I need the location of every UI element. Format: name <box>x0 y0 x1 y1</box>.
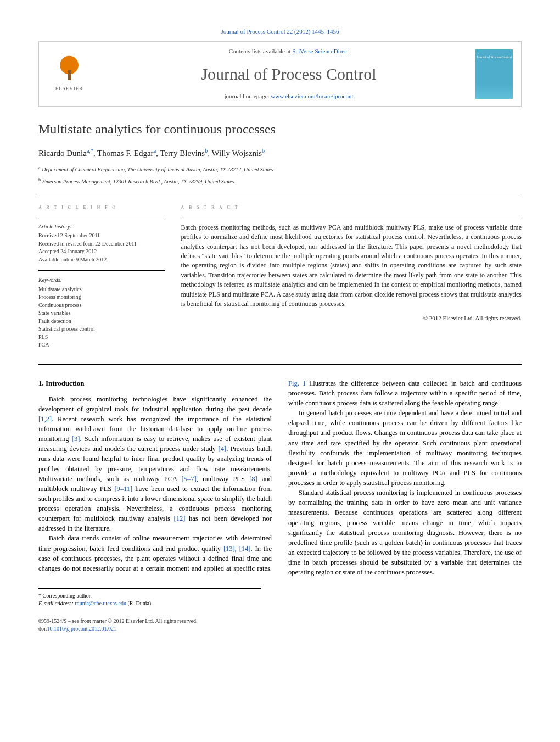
history-accepted: Accepted 24 January 2012 <box>38 248 165 256</box>
masthead: ELSEVIER Contents lists available at Sci… <box>38 41 522 107</box>
info-divider <box>38 217 165 217</box>
body-text: , <box>235 545 239 553</box>
keyword: Statistical process control <box>38 325 165 333</box>
info-divider <box>38 270 165 271</box>
abstract-divider <box>181 217 522 217</box>
body-text: Batch process monitoring technologies ha… <box>38 395 272 413</box>
history-online: Available online 9 March 2012 <box>38 256 165 264</box>
author-4-affil[interactable]: b <box>262 148 265 154</box>
author-3-affil[interactable]: b <box>205 148 208 154</box>
author-3: Terry Blevins <box>160 149 205 158</box>
abstract-copyright: © 2012 Elsevier Ltd. All rights reserved… <box>181 314 522 322</box>
keyword: State variables <box>38 309 165 317</box>
elsevier-tree-icon <box>55 55 83 83</box>
citation-link[interactable]: [4] <box>219 445 227 453</box>
body-paragraph: Batch process monitoring technologies ha… <box>38 394 272 534</box>
keyword: Multistate analytics <box>38 286 165 294</box>
contents-prefix: Contents lists available at <box>229 48 292 54</box>
history-label: Article history: <box>38 223 165 231</box>
citation-link[interactable]: [8] <box>249 475 257 483</box>
article-info-heading: a r t i c l e i n f o <box>38 203 165 211</box>
author-1: Ricardo Dunia <box>38 149 87 158</box>
affil-a-text: Department of Chemical Engineering, The … <box>42 166 273 172</box>
keyword: PLS <box>38 333 165 342</box>
footnotes: * Corresponding author. E-mail address: … <box>38 588 261 607</box>
homepage-line: journal homepage: www.elsevier.com/locat… <box>102 92 475 101</box>
contents-line: Contents lists available at SciVerse Sci… <box>102 47 475 55</box>
article-title: Multistate analytics for continuous proc… <box>38 120 522 139</box>
body-paragraph: Standard statistical process monitoring … <box>288 488 522 577</box>
homepage-link[interactable]: www.elsevier.com/locate/jprocont <box>271 93 353 99</box>
publisher-logo: ELSEVIER <box>47 52 91 96</box>
article-body: 1. Introduction Batch process monitoring… <box>38 378 522 578</box>
citation-link[interactable]: [14] <box>239 545 251 553</box>
affiliation-b: b Emerson Process Management, 12301 Rese… <box>38 177 522 186</box>
body-text: illustrates the difference between data … <box>288 380 522 407</box>
cover-text: Journal of Process Control <box>477 55 512 59</box>
homepage-prefix: journal homepage: <box>224 93 271 99</box>
citation-link[interactable]: [5–7] <box>182 475 197 483</box>
body-paragraph: In general batch processes are time depe… <box>288 408 522 488</box>
figure-link[interactable]: Fig. 1 <box>288 380 306 387</box>
email-label: E-mail address: <box>38 600 75 606</box>
citation-link[interactable]: [3] <box>72 435 80 443</box>
keywords-label: Keywords: <box>38 276 165 284</box>
email-line: E-mail address: rdunia@che.utexas.edu (R… <box>38 600 261 607</box>
journal-header: Journal of Process Control 22 (2012) 144… <box>38 27 522 36</box>
author-2: Thomas F. Edgar <box>97 149 154 158</box>
journal-ref-link[interactable]: Journal of Process Control 22 (2012) 144… <box>221 28 339 35</box>
keyword: Fault detection <box>38 317 165 326</box>
sciencedirect-link[interactable]: SciVerse ScienceDirect <box>292 48 349 54</box>
bottom-meta: 0959-1524/$ – see front matter © 2012 El… <box>38 617 522 633</box>
citation-link[interactable]: [9–11] <box>114 485 132 493</box>
affil-b-text: Emerson Process Management, 12301 Resear… <box>42 178 234 185</box>
publisher-name: ELSEVIER <box>55 85 83 92</box>
corresponding-author-note: * Corresponding author. <box>38 592 261 600</box>
journal-name: Journal of Process Control <box>102 63 475 86</box>
body-text: , multiway PLS <box>197 475 249 483</box>
affiliation-a: a Department of Chemical Engineering, Th… <box>38 165 522 174</box>
history-revised: Received in revised form 22 December 201… <box>38 240 165 248</box>
author-4: Willy Wojsznis <box>211 149 262 158</box>
keyword: Continuous process <box>38 302 165 310</box>
authors-line: Ricardo Duniaa,*, Thomas F. Edgara, Terr… <box>38 147 522 159</box>
email-person: (R. Dunia). <box>126 600 153 606</box>
author-2-affil[interactable]: a <box>154 148 156 154</box>
email-link[interactable]: rdunia@che.utexas.edu <box>75 600 126 606</box>
abstract-text: Batch process monitoring methods, such a… <box>181 223 522 309</box>
abstract-heading: a b s t r a c t <box>181 203 522 211</box>
doi-prefix: doi: <box>38 626 47 632</box>
divider <box>38 194 522 194</box>
citation-link[interactable]: [12] <box>174 515 186 522</box>
article-info-panel: a r t i c l e i n f o Article history: R… <box>38 203 165 355</box>
issn-line: 0959-1524/$ – see front matter © 2012 El… <box>38 617 522 625</box>
keyword: PCA <box>38 341 165 349</box>
citation-link[interactable]: [1,2] <box>38 415 52 423</box>
divider <box>38 364 522 365</box>
journal-cover-thumbnail: Journal of Process Control <box>475 49 513 99</box>
abstract-panel: a b s t r a c t Batch process monitoring… <box>181 203 522 355</box>
author-1-affil[interactable]: a,* <box>87 148 93 154</box>
doi-link[interactable]: 10.1016/j.jprocont.2012.01.021 <box>47 626 116 632</box>
citation-link[interactable]: [13] <box>223 545 235 553</box>
keyword: Process monitoring <box>38 293 165 302</box>
section-1-heading: 1. Introduction <box>38 378 272 389</box>
history-received: Received 2 September 2011 <box>38 232 165 240</box>
